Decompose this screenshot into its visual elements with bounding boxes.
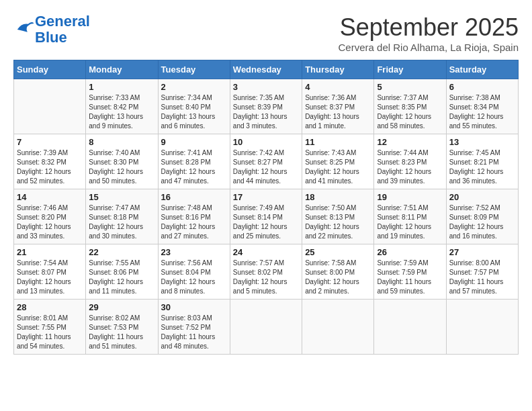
day-number: 28	[17, 302, 83, 312]
calendar-cell: 25Sunrise: 7:58 AMSunset: 8:00 PMDayligh…	[302, 244, 374, 300]
day-info: Sunrise: 7:56 AMSunset: 8:04 PMDaylight:…	[161, 259, 227, 296]
weekday-header-wednesday: Wednesday	[230, 60, 302, 79]
calendar-cell: 22Sunrise: 7:55 AMSunset: 8:06 PMDayligh…	[86, 244, 158, 300]
day-number: 30	[161, 302, 227, 312]
calendar-week-3: 14Sunrise: 7:46 AMSunset: 8:20 PMDayligh…	[14, 189, 519, 244]
weekday-header-sunday: Sunday	[14, 60, 86, 79]
calendar-cell: 5Sunrise: 7:37 AMSunset: 8:35 PMDaylight…	[374, 79, 446, 134]
day-number: 19	[377, 192, 443, 202]
day-number: 22	[89, 247, 154, 257]
day-info: Sunrise: 7:50 AMSunset: 8:13 PMDaylight:…	[305, 203, 371, 241]
day-info: Sunrise: 7:35 AMSunset: 8:39 PMDaylight:…	[233, 93, 299, 131]
calendar-cell: 7Sunrise: 7:39 AMSunset: 8:32 PMDaylight…	[14, 134, 86, 189]
title-block: September 2025 Cervera del Rio Alhama, L…	[339, 13, 519, 53]
day-info: Sunrise: 7:46 AMSunset: 8:20 PMDaylight:…	[17, 203, 83, 241]
calendar-cell: 6Sunrise: 7:38 AMSunset: 8:34 PMDaylight…	[446, 79, 518, 134]
day-info: Sunrise: 7:51 AMSunset: 8:11 PMDaylight:…	[377, 203, 443, 241]
day-info: Sunrise: 7:55 AMSunset: 8:06 PMDaylight:…	[89, 259, 154, 296]
day-number: 2	[161, 82, 227, 92]
day-info: Sunrise: 7:33 AMSunset: 8:42 PMDaylight:…	[89, 93, 154, 131]
calendar-cell: 21Sunrise: 7:54 AMSunset: 8:07 PMDayligh…	[14, 244, 86, 300]
day-number: 9	[161, 137, 227, 147]
day-number: 13	[449, 137, 515, 147]
calendar-cell: 24Sunrise: 7:57 AMSunset: 8:02 PMDayligh…	[230, 244, 302, 300]
calendar-cell: 20Sunrise: 7:52 AMSunset: 8:09 PMDayligh…	[446, 189, 518, 244]
calendar-cell: 15Sunrise: 7:47 AMSunset: 8:18 PMDayligh…	[86, 189, 158, 244]
calendar-cell: 29Sunrise: 8:02 AMSunset: 7:53 PMDayligh…	[86, 300, 158, 355]
calendar-cell: 9Sunrise: 7:41 AMSunset: 8:28 PMDaylight…	[158, 134, 230, 189]
day-number: 4	[305, 82, 371, 92]
weekday-header-tuesday: Tuesday	[158, 60, 230, 79]
day-info: Sunrise: 8:01 AMSunset: 7:55 PMDaylight:…	[17, 314, 83, 351]
day-number: 24	[233, 247, 299, 257]
calendar-week-4: 21Sunrise: 7:54 AMSunset: 8:07 PMDayligh…	[14, 244, 519, 300]
day-info: Sunrise: 7:48 AMSunset: 8:16 PMDaylight:…	[161, 203, 227, 241]
day-number: 26	[377, 247, 443, 257]
calendar-cell: 11Sunrise: 7:43 AMSunset: 8:25 PMDayligh…	[302, 134, 374, 189]
day-number: 8	[89, 137, 154, 147]
day-info: Sunrise: 7:38 AMSunset: 8:34 PMDaylight:…	[449, 93, 515, 131]
calendar-cell: 30Sunrise: 8:03 AMSunset: 7:52 PMDayligh…	[158, 300, 230, 355]
calendar-cell	[446, 300, 518, 355]
day-info: Sunrise: 7:57 AMSunset: 8:02 PMDaylight:…	[233, 259, 299, 296]
day-info: Sunrise: 7:41 AMSunset: 8:28 PMDaylight:…	[161, 148, 227, 186]
weekday-header-row: SundayMondayTuesdayWednesdayThursdayFrid…	[14, 60, 519, 79]
calendar-cell: 23Sunrise: 7:56 AMSunset: 8:04 PMDayligh…	[158, 244, 230, 300]
calendar-cell: 17Sunrise: 7:49 AMSunset: 8:14 PMDayligh…	[230, 189, 302, 244]
day-number: 10	[233, 137, 299, 147]
day-number: 16	[161, 192, 227, 202]
calendar-cell: 16Sunrise: 7:48 AMSunset: 8:16 PMDayligh…	[158, 189, 230, 244]
calendar-cell	[302, 300, 374, 355]
day-info: Sunrise: 8:03 AMSunset: 7:52 PMDaylight:…	[161, 314, 227, 351]
month-title: September 2025	[339, 13, 519, 42]
day-number: 23	[161, 247, 227, 257]
day-number: 14	[17, 192, 83, 202]
day-info: Sunrise: 7:37 AMSunset: 8:35 PMDaylight:…	[377, 93, 443, 131]
day-number: 18	[305, 192, 371, 202]
weekday-header-saturday: Saturday	[446, 60, 518, 79]
weekday-header-friday: Friday	[374, 60, 446, 79]
day-info: Sunrise: 7:44 AMSunset: 8:23 PMDaylight:…	[377, 148, 443, 186]
calendar-cell: 27Sunrise: 8:00 AMSunset: 7:57 PMDayligh…	[446, 244, 518, 300]
day-info: Sunrise: 7:43 AMSunset: 8:25 PMDaylight:…	[305, 148, 371, 186]
day-info: Sunrise: 8:02 AMSunset: 7:53 PMDaylight:…	[89, 314, 154, 351]
calendar-week-1: 1Sunrise: 7:33 AMSunset: 8:42 PMDaylight…	[14, 79, 519, 134]
logo: General Blue	[13, 13, 90, 46]
day-number: 1	[89, 82, 154, 92]
day-info: Sunrise: 7:39 AMSunset: 8:32 PMDaylight:…	[17, 148, 83, 186]
calendar-cell: 1Sunrise: 7:33 AMSunset: 8:42 PMDaylight…	[86, 79, 158, 134]
calendar-cell: 19Sunrise: 7:51 AMSunset: 8:11 PMDayligh…	[374, 189, 446, 244]
calendar-cell: 2Sunrise: 7:34 AMSunset: 8:40 PMDaylight…	[158, 79, 230, 134]
day-number: 7	[17, 137, 83, 147]
calendar-cell	[14, 79, 86, 134]
calendar-cell: 18Sunrise: 7:50 AMSunset: 8:13 PMDayligh…	[302, 189, 374, 244]
day-number: 29	[89, 302, 154, 312]
location: Cervera del Rio Alhama, La Rioja, Spain	[339, 42, 519, 53]
calendar-cell: 12Sunrise: 7:44 AMSunset: 8:23 PMDayligh…	[374, 134, 446, 189]
calendar-cell: 10Sunrise: 7:42 AMSunset: 8:27 PMDayligh…	[230, 134, 302, 189]
calendar-cell: 26Sunrise: 7:59 AMSunset: 7:59 PMDayligh…	[374, 244, 446, 300]
day-number: 20	[449, 192, 515, 202]
day-number: 17	[233, 192, 299, 202]
day-number: 12	[377, 137, 443, 147]
day-info: Sunrise: 7:42 AMSunset: 8:27 PMDaylight:…	[233, 148, 299, 186]
day-info: Sunrise: 7:52 AMSunset: 8:09 PMDaylight:…	[449, 203, 515, 241]
calendar-cell: 14Sunrise: 7:46 AMSunset: 8:20 PMDayligh…	[14, 189, 86, 244]
logo-text: General Blue	[35, 13, 90, 46]
day-info: Sunrise: 7:45 AMSunset: 8:21 PMDaylight:…	[449, 148, 515, 186]
day-number: 25	[305, 247, 371, 257]
weekday-header-monday: Monday	[86, 60, 158, 79]
day-info: Sunrise: 7:34 AMSunset: 8:40 PMDaylight:…	[161, 93, 227, 131]
weekday-header-thursday: Thursday	[302, 60, 374, 79]
calendar-cell: 13Sunrise: 7:45 AMSunset: 8:21 PMDayligh…	[446, 134, 518, 189]
calendar-week-2: 7Sunrise: 7:39 AMSunset: 8:32 PMDaylight…	[14, 134, 519, 189]
day-info: Sunrise: 7:54 AMSunset: 8:07 PMDaylight:…	[17, 259, 83, 296]
day-info: Sunrise: 7:47 AMSunset: 8:18 PMDaylight:…	[89, 203, 154, 241]
day-number: 27	[449, 247, 515, 257]
day-info: Sunrise: 7:36 AMSunset: 8:37 PMDaylight:…	[305, 93, 371, 131]
calendar-cell	[374, 300, 446, 355]
calendar-table: SundayMondayTuesdayWednesdayThursdayFrid…	[13, 60, 519, 355]
day-info: Sunrise: 7:49 AMSunset: 8:14 PMDaylight:…	[233, 203, 299, 241]
calendar-cell: 8Sunrise: 7:40 AMSunset: 8:30 PMDaylight…	[86, 134, 158, 189]
page-header: General Blue September 2025 Cervera del …	[13, 13, 519, 53]
